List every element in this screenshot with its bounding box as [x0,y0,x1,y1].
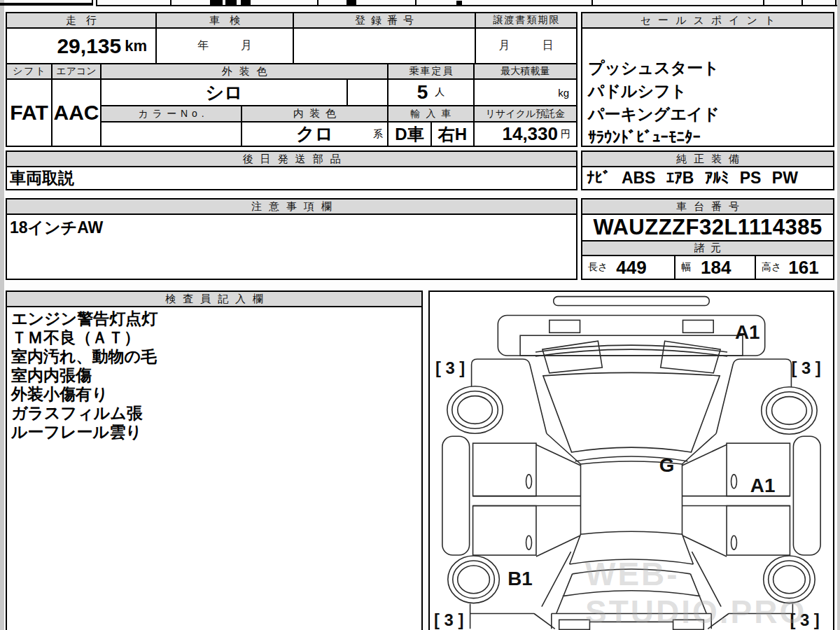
shift-header: シフト [7,64,52,80]
sales-points-header: セールスポイント [582,13,833,29]
max-load-value: kg [475,80,576,106]
roof-antenna-strip [554,297,709,306]
sales-point-item: ｻﾗｳﾝﾄﾞﾋﾞｭｰﾓﾆﾀｰ [588,126,833,146]
recycle-fee-header: リサイクル預託金 [475,106,576,122]
notes-header: 注意事項欄 [7,200,576,215]
tire-grade-front-right: [ 3 ] [791,358,820,377]
windshield [543,372,720,452]
right-b-pillar [682,496,790,506]
left-a-pillar [536,433,581,465]
right-c-pillar [682,536,727,606]
hood-leading-edge [536,345,727,356]
import-car-type: D車 [388,122,432,146]
max-load-header: 最大積載量 [475,64,576,80]
exterior-color-extra-cell [348,80,388,106]
recycle-fee-value: 14,330円 [475,122,576,146]
chassis-header: 車台番号 [582,200,833,215]
mileage-header: 走行 [7,13,157,29]
left-sill [442,436,470,555]
inspector-note: ルーフレール雲り [11,423,421,442]
car-diagram: A1 G A1 B1 [ 3 ] [ 3 ] [ 3 ] [ 3 ] [430,292,833,630]
sales-point-item: プッシュスタート [588,57,833,80]
mileage-value: 29,135km [7,29,157,64]
interior-color-value: クロ 系 [242,122,388,146]
inspector-header: 検査員記入欄 [7,292,421,307]
door-handle [526,475,532,489]
door-handle [732,536,737,550]
inspector-note: エンジン警告灯点灯 [11,309,421,328]
door-handle [526,536,532,550]
right-rear-corner [708,604,792,629]
dimension-height: 高さ161 [756,256,833,279]
registration-value [294,29,476,64]
aircon-value: AAC [52,80,102,146]
vehicle-info-table: 走行 車検 登録番号 譲渡書類期限 29,135km 年月 月日 シフト エアコ… [6,12,578,147]
shift-value: FAT [7,80,52,146]
inspector-note: ＴＭ不良（ＡＴ） [11,328,421,347]
rear-bumper [552,613,711,629]
inspector-note: 外装小傷有り [11,385,421,404]
grade-left-rear-quarter: B1 [507,568,533,589]
inspection-value: 年月 [157,29,294,64]
rear-deck [556,574,707,614]
left-c-pillar [536,536,580,606]
rear-bumper-detail-left [559,620,590,629]
notes-box: 注意事項欄 18インチAW [6,198,578,280]
import-car-header: 輸入車 [388,106,475,122]
capacity-header: 乗車定員 [388,64,475,80]
grade-front-bumper: A1 [735,321,760,343]
front-right-wheel [762,387,817,435]
bumper-detail-right [682,320,713,332]
rear-left-wheel [448,556,499,603]
notes-value: 18インチAW [7,215,576,279]
color-no-header: カラーNo. [102,106,242,122]
tire-grade-front-left: [ 3 ] [435,358,465,377]
transfer-docs-value: 月日 [476,29,576,64]
left-b-pillar [473,496,581,506]
right-sill [793,436,820,555]
transfer-docs-header: 譲渡書類期限 [476,13,576,29]
equipment-header: 純正装備 [582,152,833,167]
chassis-box: 車台番号 WAUZZZF32L1114385 諸元 長さ449 幅184 高さ1… [581,198,834,280]
sales-point-item: パドルシフト [588,80,833,103]
car-diagram-box: A1 G A1 B1 [ 3 ] [ 3 ] [ 3 ] [ 3 ] [428,290,834,630]
left-page-edge [0,0,4,630]
right-a-pillar [682,433,727,465]
equipment-box: 純正装備 ﾅﾋﾞ ABS ｴｱB ｱﾙﾐ PS PW [581,150,834,190]
aircon-header: エアコン [52,64,102,80]
dimensions-header: 諸元 [582,241,833,256]
exterior-color-header: 外装色 [102,64,388,80]
equipment-value: ﾅﾋﾞ ABS ｴｱB ｱﾙﾐ PS PW [582,167,833,189]
inspector-notes-list: エンジン警告灯点灯 ＴＭ不良（ＡＴ） 室内汚れ、動物の毛 室内内張傷 外装小傷有… [7,307,421,630]
import-car-handle: 右H [432,122,475,146]
tire-grade-rear-left: [ 3 ] [434,610,463,629]
inspector-box: 検査員記入欄 エンジン警告灯点灯 ＴＭ不良（ＡＴ） 室内汚れ、動物の毛 室内内張… [6,290,423,630]
front-left-wheel [447,386,503,434]
rear-bumper-detail-right [673,620,704,629]
shipped-later-header: 後日発送部品 [7,152,576,167]
dimension-length: 長さ449 [582,256,676,279]
grade-right-front-door: A1 [750,475,776,496]
shipped-later-box: 後日発送部品 車両取説 [6,150,578,190]
front-left-door [473,443,536,496]
registration-header: 登録番号 [294,13,476,29]
sales-point-item: パーキングエイド [588,103,833,126]
chassis-value: WAUZZZF32L1114385 [582,215,833,241]
sales-points-list: プッシュスタート パドルシフト パーキングエイド ｻﾗｳﾝﾄﾞﾋﾞｭｰﾓﾆﾀｰ [582,29,833,146]
inspector-note: 室内汚れ、動物の毛 [11,347,421,366]
sales-points-box: セールスポイント プッシュスタート パドルシフト パーキングエイド ｻﾗｳﾝﾄﾞ… [581,12,834,147]
inspector-note: ガラスフィルム張 [11,404,421,423]
bumper-detail-left [550,320,580,332]
exterior-color-value: シロ [102,80,348,106]
door-handle [732,475,737,489]
grade-windshield: G [659,454,675,476]
color-no-value [102,122,242,146]
auction-sheet: 走行 車検 登録番号 譲渡書類期限 29,135km 年月 月日 シフト エアコ… [0,0,840,630]
dimension-width: 幅184 [676,256,756,279]
interior-color-header: 内装色 [242,106,388,122]
shipped-later-value: 車両取説 [7,167,576,189]
tire-grade-rear-right: [ 3 ] [790,610,819,629]
left-rear-corner [470,604,555,629]
rear-window [570,534,694,574]
capacity-value: 5人 [388,80,475,106]
